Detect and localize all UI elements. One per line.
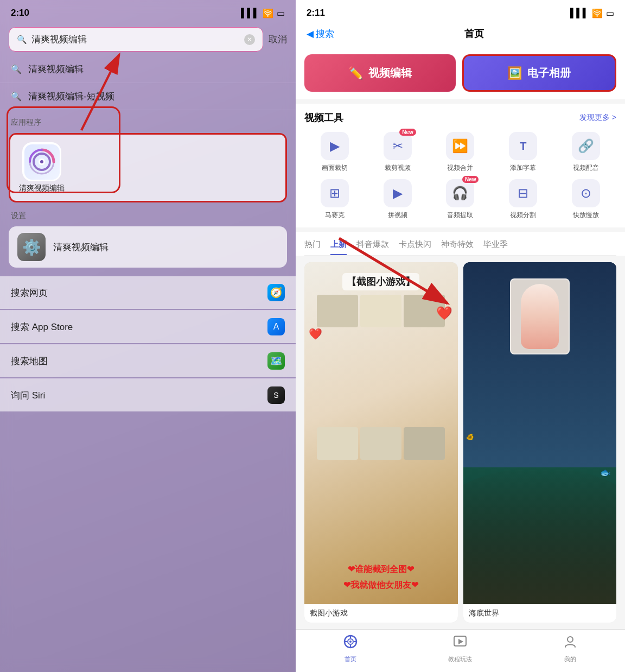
tool-cut-icon: ✂ New <box>384 132 412 160</box>
tool-split-icon: ⊟ <box>509 179 537 207</box>
appstore-icon: A <box>267 318 285 335</box>
web-results: 搜索网页 🧭 搜索 App Store A 搜索地图 🗺️ 询问 Siri S <box>0 276 296 411</box>
tool-audio[interactable]: 🎧 New 音频提取 <box>430 179 491 220</box>
web-result-maps[interactable]: 搜索地图 🗺️ <box>0 344 296 377</box>
nav-home-icon <box>343 634 358 653</box>
tool-mosaic[interactable]: ⊞ 马赛克 <box>304 179 365 220</box>
search-clear-button[interactable]: ✕ <box>244 34 255 45</box>
tools-section: 视频工具 发现更多 > ▶ 画面裁切 ✂ New 裁剪视频 ⏩ 视频合并 T 添… <box>296 104 625 227</box>
nav-tutorial-icon <box>452 634 468 653</box>
card-ocean-label: 海底世界 <box>463 604 617 623</box>
tool-dub-label: 视频配音 <box>573 163 599 173</box>
tab-douyin[interactable]: 抖音爆款 <box>356 239 389 255</box>
tab-hot[interactable]: 热门 <box>304 239 321 255</box>
maps-icon: 🗺️ <box>267 352 285 370</box>
photo-album-icon: 🖼️ <box>507 66 522 80</box>
tab-flash[interactable]: 卡点快闪 <box>399 239 431 255</box>
photo-album-label: 电子相册 <box>527 66 571 80</box>
search-cancel-button[interactable]: 取消 <box>269 33 287 46</box>
settings-section-label: 设置 <box>0 205 296 224</box>
svg-point-9 <box>349 641 352 643</box>
photo-album-button[interactable]: 🖼️ 电子相册 <box>462 54 617 92</box>
tool-audio-icon: 🎧 New <box>446 179 474 207</box>
back-chevron-icon: ◀ <box>307 28 314 40</box>
tools-header: 视频工具 发现更多 > <box>304 111 616 124</box>
suggestion-item-1[interactable]: 🔍 清爽视频编辑 <box>0 56 296 83</box>
tools-grid: ▶ 画面裁切 ✂ New 裁剪视频 ⏩ 视频合并 T 添加字幕 🔗 视频配音 <box>304 132 616 220</box>
web-result-appstore[interactable]: 搜索 App Store A <box>0 310 296 343</box>
card-ocean[interactable]: 🐟 🐠 海底世界 <box>463 262 617 623</box>
tool-merge-label: 视频合并 <box>447 163 473 173</box>
tool-stitch-icon: ▶ <box>384 179 412 207</box>
web-result-safari[interactable]: 搜索网页 🧭 <box>0 276 296 309</box>
tool-audio-label: 音频提取 <box>447 211 473 220</box>
web-label-siri: 询问 Siri <box>11 389 45 402</box>
settings-result-box[interactable]: ⚙️ 清爽视频编辑 <box>9 226 287 268</box>
right-status-icons: ▌▌▌ 🛜 ▭ <box>570 8 614 18</box>
card-game-title: 【截图小游戏】 <box>342 273 419 290</box>
nav-home-label: 首页 <box>345 655 356 663</box>
tool-dub[interactable]: 🔗 视频配音 <box>556 132 616 173</box>
tool-crop[interactable]: ▶ 画面裁切 <box>304 132 365 173</box>
card-game-image: 【截图小游戏】 ❤谁能截到全图❤❤我就做他女朋友❤ ❤️ ❤️ <box>304 262 458 604</box>
tool-subtitle[interactable]: T 添加字幕 <box>493 132 553 173</box>
app-section-label: 应用程序 <box>0 112 296 131</box>
card-game-label: 截图小游戏 <box>304 604 458 623</box>
suggestions-list: 🔍 清爽视频编辑 🔍 清爽视频编辑-短视频 <box>0 56 296 110</box>
left-status-bar: 2:10 ▌▌▌ 🛜 ▭ <box>0 0 296 23</box>
tool-speed[interactable]: ⊙ 快放慢放 <box>556 179 616 220</box>
tool-speed-label: 快放慢放 <box>573 211 599 220</box>
settings-app-name: 清爽视频编辑 <box>53 241 109 253</box>
right-battery-icon: ▭ <box>606 8 614 18</box>
settings-app-icon: ⚙️ <box>17 233 46 261</box>
tab-special[interactable]: 神奇特效 <box>441 239 474 255</box>
card-game-text: ❤谁能截到全图❤❤我就做他女朋友❤ <box>343 562 418 593</box>
new-badge-2: New <box>462 176 479 183</box>
left-status-icons: ▌▌▌ 🛜 ▭ <box>241 8 285 18</box>
wifi-icon: 🛜 <box>263 8 273 18</box>
search-input-wrapper[interactable]: 🔍 清爽视频编辑 ✕ <box>9 27 263 52</box>
back-label: 搜索 <box>316 28 334 40</box>
tool-cut[interactable]: ✂ New 裁剪视频 <box>367 132 428 173</box>
nav-tutorial-label: 教程玩法 <box>448 655 472 663</box>
video-edit-button[interactable]: ✏️ 视频编辑 <box>304 54 456 92</box>
svg-marker-11 <box>458 639 463 644</box>
tool-crop-icon: ▶ <box>321 132 349 160</box>
nav-home[interactable]: 首页 <box>296 634 405 663</box>
right-status-bar: 2:11 ▌▌▌ 🛜 ▭ <box>296 0 625 23</box>
tabs-section: 热门 上新 抖音爆款 卡点快闪 神奇特效 毕业季 <box>296 232 625 256</box>
tool-split[interactable]: ⊟ 视频分割 <box>493 179 553 220</box>
svg-point-12 <box>567 637 573 642</box>
web-label-maps: 搜索地图 <box>11 355 48 367</box>
search-input-text[interactable]: 清爽视频编辑 <box>31 33 240 46</box>
right-panel: 2:11 ▌▌▌ 🛜 ▭ ◀ 搜索 首页 ✏️ 视频编辑 🖼️ 电子相册 视频工… <box>296 0 625 672</box>
right-time: 2:11 <box>307 8 325 18</box>
suggestion-search-icon: 🔍 <box>11 64 22 74</box>
card-ocean-image: 🐟 🐠 <box>463 262 617 604</box>
tool-subtitle-label: 添加字幕 <box>510 163 536 173</box>
web-label-appstore: 搜索 App Store <box>11 321 73 333</box>
search-bar: 🔍 清爽视频编辑 ✕ 取消 <box>9 27 287 52</box>
suggestion-item-2[interactable]: 🔍 清爽视频编辑-短视频 <box>0 83 296 110</box>
left-panel: 2:10 ▌▌▌ 🛜 ▭ 🔍 清爽视频编辑 ✕ 取消 🔍 清爽视频编辑 🔍 清爽… <box>0 0 296 672</box>
battery-icon: ▭ <box>277 8 285 18</box>
web-result-siri[interactable]: 询问 Siri S <box>0 378 296 411</box>
app-icon <box>22 142 61 181</box>
tab-new[interactable]: 上新 <box>330 239 347 255</box>
back-button[interactable]: ◀ 搜索 <box>307 28 334 40</box>
tool-stitch[interactable]: ▶ 拼视频 <box>367 179 428 220</box>
nav-profile[interactable]: 我的 <box>515 634 625 663</box>
nav-tutorial[interactable]: 教程玩法 <box>405 634 515 663</box>
tool-mosaic-icon: ⊞ <box>321 179 349 207</box>
tools-title: 视频工具 <box>304 111 343 124</box>
tool-split-label: 视频分割 <box>510 211 536 220</box>
tab-grad[interactable]: 毕业季 <box>483 239 508 255</box>
content-grid: 【截图小游戏】 ❤谁能截到全图❤❤我就做他女朋友❤ ❤️ ❤️ 截图小游戏 <box>296 256 625 629</box>
card-game[interactable]: 【截图小游戏】 ❤谁能截到全图❤❤我就做他女朋友❤ ❤️ ❤️ 截图小游戏 <box>304 262 458 623</box>
app-result-box[interactable]: 清爽视频编辑 <box>9 133 287 202</box>
page-title: 首页 <box>334 27 614 40</box>
siri-icon: S <box>267 386 285 404</box>
tools-more-link[interactable]: 发现更多 > <box>579 113 616 123</box>
tool-merge[interactable]: ⏩ 视频合并 <box>430 132 491 173</box>
tool-crop-label: 画面裁切 <box>322 163 348 173</box>
